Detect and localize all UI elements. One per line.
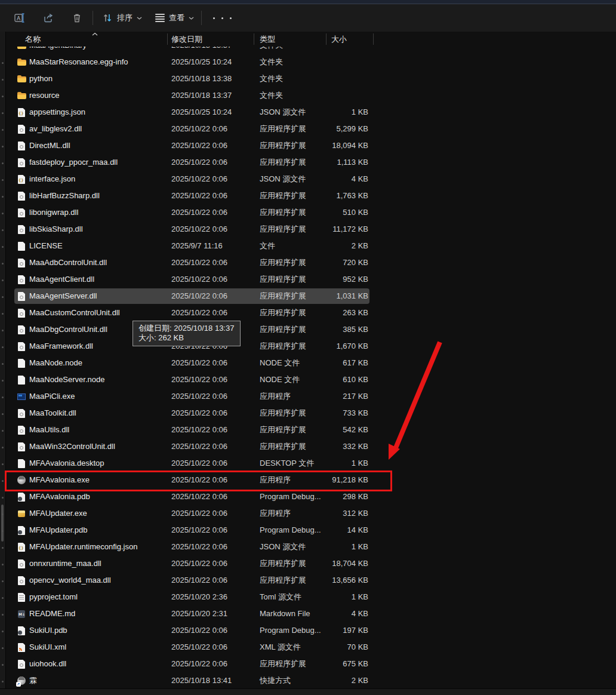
column-header-name[interactable]: 名称 [25, 32, 41, 47]
tree-chevron-icon[interactable] [2, 296, 4, 298]
table-row[interactable]: fastdeploy_ppocr_maa.dll2025/10/22 0:06应… [6, 154, 616, 171]
tree-chevron-icon[interactable] [2, 447, 4, 448]
table-row[interactable]: onnxruntime_maa.dll2025/10/22 0:06应用程序扩展… [6, 555, 616, 572]
file-size: 1 KB [275, 589, 368, 605]
table-row[interactable]: MaaAdbControlUnit.dll2025/10/22 0:06应用程序… [6, 254, 616, 271]
tree-chevron-icon[interactable] [2, 564, 4, 565]
share-button[interactable] [38, 8, 58, 27]
table-row[interactable]: av_libglesv2.dll2025/10/22 0:06应用程序扩展5,2… [6, 121, 616, 137]
sort-button[interactable]: 排序 [97, 8, 147, 27]
tree-chevron-icon[interactable] [2, 146, 4, 147]
table-row[interactable]: MaaPiCli.exe2025/10/22 0:06应用程序217 KB [6, 388, 616, 405]
file-name: MaaFramework.dll [29, 338, 93, 355]
tree-chevron-icon[interactable] [2, 513, 4, 515]
column-header-size[interactable]: 大小 [331, 32, 347, 47]
rename-button[interactable]: A [10, 8, 30, 27]
table-row[interactable]: MaaAgentClient.dll2025/10/22 0:06应用程序扩展9… [6, 271, 616, 288]
table-row[interactable]: DirectML.dll2025/10/22 0:06应用程序扩展18,094 … [6, 137, 616, 154]
table-row[interactable]: MFAUpdater.pdb2025/10/22 0:06Program Deb… [6, 522, 616, 539]
delete-button[interactable] [67, 8, 87, 27]
tree-chevron-icon[interactable] [2, 179, 4, 181]
tree-chevron-icon[interactable] [2, 79, 4, 81]
file-size: 952 KB [275, 271, 368, 288]
table-row[interactable]: libSkiaSharp.dll2025/10/22 0:06应用程序扩展11,… [6, 221, 616, 238]
tree-chevron-icon[interactable] [2, 213, 4, 214]
column-separator[interactable] [254, 33, 254, 45]
tree-chevron-icon[interactable] [2, 162, 4, 164]
tree-chevron-icon[interactable] [2, 647, 4, 649]
tree-chevron-icon[interactable] [2, 681, 4, 682]
table-row[interactable]: python2025/10/18 13:38文件夹 [6, 70, 616, 87]
tree-chevron-icon[interactable] [2, 313, 4, 315]
column-header-date[interactable]: 修改日期 [171, 32, 202, 47]
file-name: MaaUtils.dll [29, 422, 69, 438]
table-row[interactable]: LICENSE2025/9/7 11:16文件2 KB [6, 238, 616, 254]
tree-chevron-icon[interactable] [2, 463, 4, 465]
table-row[interactable]: pyproject.toml2025/10/20 2:36Toml 源文件1 K… [6, 589, 616, 605]
tree-chevron-icon[interactable] [2, 614, 4, 616]
table-row[interactable]: SukiUI.xml2025/10/22 0:06XML 源文件70 KB [6, 639, 616, 656]
tree-chevron-icon[interactable] [2, 380, 4, 382]
table-row[interactable]: MaaNodeServer.node2025/10/22 0:06NODE 文件… [6, 371, 616, 388]
table-row[interactable]: uiohook.dll2025/10/22 0:06应用程序扩展675 KB [6, 656, 616, 672]
tree-chevron-icon[interactable] [2, 547, 4, 549]
table-row[interactable]: MaaCustomControlUnit.dll2025/10/22 0:06应… [6, 305, 616, 321]
tree-chevron-icon[interactable] [2, 263, 4, 265]
tree-chevron-icon[interactable] [2, 413, 4, 415]
file-size: 263 KB [275, 305, 368, 321]
tree-chevron-icon[interactable] [2, 580, 4, 582]
table-row[interactable]: libonigwrap.dll2025/10/22 0:06应用程序扩展510 … [6, 204, 616, 221]
table-row[interactable]: MaaNode.node2025/10/22 0:06NODE 文件617 KB [6, 355, 616, 371]
table-row[interactable]: MaaFramework.dll2025/10/22 0:06应用程序扩展1,6… [6, 338, 616, 355]
tree-chevron-icon[interactable] [2, 129, 4, 131]
tree-chevron-icon[interactable] [2, 664, 4, 666]
nav-scrollbar-thumb[interactable] [1, 505, 4, 542]
file-name: MaaWin32ControlUnit.dll [29, 438, 115, 455]
tree-chevron-icon[interactable] [2, 112, 4, 114]
tree-chevron-icon[interactable] [2, 330, 4, 331]
file-date-modified: 2025/10/22 0:06 [171, 187, 227, 204]
tree-chevron-icon[interactable] [2, 346, 4, 348]
tree-chevron-icon[interactable] [2, 430, 4, 432]
tree-chevron-icon[interactable] [2, 363, 4, 365]
table-row[interactable]: opencv_world4_maa.dll2025/10/22 0:06应用程序… [6, 572, 616, 589]
pdb-icon [17, 492, 27, 502]
table-row[interactable]: MaaStarResonance.egg-info2025/10/25 10:2… [6, 54, 616, 70]
table-row[interactable]: MaaToolkit.dll2025/10/22 0:06应用程序扩展733 K… [6, 405, 616, 422]
tree-chevron-icon[interactable] [2, 497, 4, 499]
table-row[interactable]: MaaAgentServer.dll2025/10/22 0:06应用程序扩展1… [6, 288, 616, 305]
tree-chevron-icon[interactable] [2, 396, 4, 398]
tree-chevron-icon[interactable] [2, 196, 4, 198]
table-row[interactable]: MFAUpdater.runtimeconfig.json2025/10/22 … [6, 539, 616, 555]
tree-chevron-icon[interactable] [2, 631, 4, 632]
table-row[interactable]: MFAAvalonia.pdb2025/10/22 0:06Program De… [6, 488, 616, 505]
table-row[interactable]: appsettings.json2025/10/25 10:24JSON 源文件… [6, 104, 616, 121]
table-row[interactable]: README.md2025/10/20 2:31Markdown File4 K… [6, 605, 616, 622]
table-row[interactable]: MFAAvalonia.desktop2025/10/22 0:06DESKTO… [6, 455, 616, 472]
table-row[interactable]: MaaUtils.dll2025/10/22 0:06应用程序扩展542 KB [6, 422, 616, 438]
dll-icon [17, 576, 27, 586]
column-header-type[interactable]: 类型 [260, 32, 275, 47]
column-separator[interactable] [167, 33, 168, 45]
table-row[interactable]: libHarfBuzzSharp.dll2025/10/22 0:06应用程序扩… [6, 187, 616, 204]
view-button[interactable]: 查看 [150, 8, 199, 27]
tree-chevron-icon[interactable] [2, 62, 4, 64]
tree-chevron-icon[interactable] [2, 597, 4, 599]
table-row[interactable]: MaaDbgControlUnit.dll2025/10/22 0:06应用程序… [6, 321, 616, 338]
tree-chevron-icon[interactable] [2, 480, 4, 482]
table-row[interactable]: MaaWin32ControlUnit.dll2025/10/22 0:06应用… [6, 438, 616, 455]
tree-chevron-icon[interactable] [2, 279, 4, 281]
table-row[interactable]: resource2025/10/18 13:37文件夹 [6, 87, 616, 104]
table-row[interactable]: SukiUI.pdb2025/10/22 0:06Program Debug..… [6, 622, 616, 639]
column-separator[interactable] [326, 33, 327, 45]
tree-chevron-icon[interactable] [2, 96, 4, 97]
tree-chevron-icon[interactable] [2, 246, 4, 248]
more-options-button[interactable] [207, 8, 238, 27]
column-separator[interactable] [373, 33, 374, 45]
table-row[interactable]: 霖2025/10/18 13:41快捷方式2 KB [6, 672, 616, 689]
table-row[interactable]: MFAUpdater.exe2025/10/22 0:06应用程序312 KB [6, 505, 616, 522]
tree-chevron-icon[interactable] [2, 229, 4, 231]
tree-chevron-icon[interactable] [2, 530, 4, 532]
table-row[interactable]: MFAAvalonia.exe2025/10/22 0:06应用程序91,218… [6, 472, 616, 488]
table-row[interactable]: interface.json2025/10/22 0:06JSON 源文件4 K… [6, 171, 616, 187]
